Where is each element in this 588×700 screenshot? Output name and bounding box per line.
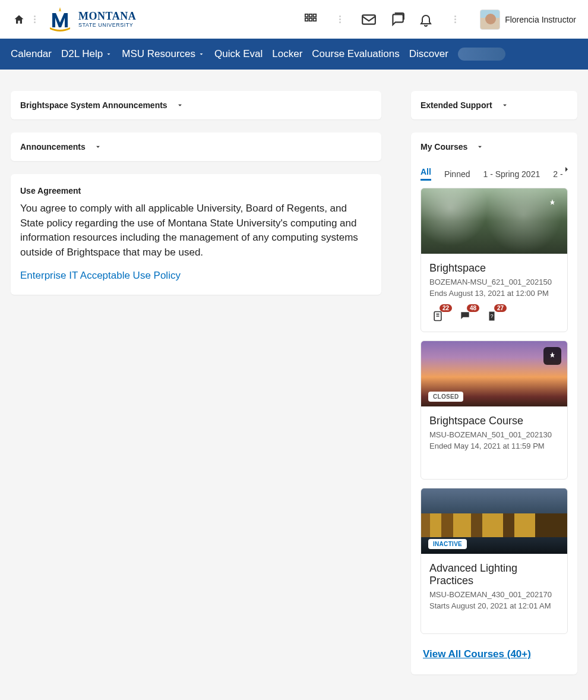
logo-text: MONTANA STATE UNIVERSITY	[78, 11, 136, 28]
widget-system-announcements: Brightspace System Announcements	[11, 91, 381, 119]
course-card[interactable]: CLOSED Brightspace Course MSU-BOZEMAN_50…	[421, 340, 568, 480]
nav-label: Quick Eval	[214, 48, 263, 60]
pin-icon	[548, 198, 557, 208]
right-column: Extended Support My Courses All Pinned 1…	[411, 91, 577, 674]
org-logo[interactable]: MONTANA STATE UNIVERSITY	[46, 6, 136, 33]
svg-rect-0	[305, 14, 308, 17]
svg-rect-2	[314, 14, 317, 17]
svg-rect-3	[305, 18, 308, 21]
assignments-indicator[interactable]: 22	[432, 310, 445, 322]
badge-count: 22	[440, 304, 452, 312]
app-switcher-button[interactable]	[303, 12, 318, 27]
widget-title: Announcements	[20, 142, 86, 152]
nav-msu-resources[interactable]: MSU Resources	[122, 48, 205, 60]
chat-icon	[390, 12, 405, 27]
pin-button[interactable]	[543, 347, 561, 365]
nav-label: Discover	[409, 48, 448, 60]
widget-title: Brightspace System Announcements	[20, 100, 167, 110]
course-title: Advanced Lighting Practices	[429, 562, 559, 587]
chevron-right-icon	[562, 165, 571, 174]
topbar-divider	[31, 15, 38, 23]
course-code: BOZEMAN-MSU_621_001_202150	[429, 277, 559, 288]
nav-label: D2L Help	[61, 48, 103, 60]
notifications-button[interactable]	[418, 12, 434, 27]
quiz-icon: ?	[486, 310, 497, 322]
tab-pinned[interactable]: Pinned	[444, 169, 470, 179]
svg-text:?: ?	[490, 313, 493, 319]
org-name-sub: STATE UNIVERSITY	[78, 23, 136, 28]
mail-icon	[361, 12, 377, 27]
topbar-icons: Florencia Instructor	[303, 10, 576, 30]
tab-all[interactable]: All	[421, 167, 431, 181]
svg-rect-5	[314, 18, 317, 21]
widget-header[interactable]: Brightspace System Announcements	[11, 91, 381, 119]
topbar-divider	[336, 15, 343, 23]
messages-button[interactable]	[361, 12, 377, 27]
course-date: Ended May 14, 2021 at 11:59 PM	[429, 441, 559, 452]
user-menu[interactable]: Florencia Instructor	[480, 10, 576, 30]
widget-title: My Courses	[421, 142, 467, 152]
badge-count: 27	[494, 304, 507, 312]
widget-extended-support: Extended Support	[411, 91, 577, 119]
svg-rect-6	[362, 15, 375, 24]
nav-label: MSU Resources	[122, 48, 195, 60]
course-code: MSU-BOZEMAN_430_001_202170	[429, 589, 559, 601]
chevron-down-icon	[476, 143, 484, 151]
quizzes-indicator[interactable]: ? 27	[486, 310, 500, 322]
course-title: Brightspace Course	[429, 415, 559, 427]
avatar	[480, 10, 500, 30]
use-agreement-title: Use Agreement	[20, 186, 372, 196]
nav-label: Calendar	[11, 48, 52, 60]
svg-rect-4	[309, 18, 312, 21]
nav-d2l-help[interactable]: D2L Help	[61, 48, 112, 60]
nav-locker[interactable]: Locker	[272, 48, 302, 60]
left-column: Brightspace System Announcements Announc…	[11, 91, 381, 295]
course-code: MSU-BOZEMAN_501_001_202130	[429, 430, 559, 441]
pin-button[interactable]	[543, 194, 561, 212]
nav-calendar[interactable]: Calendar	[11, 48, 52, 60]
widget-my-courses: My Courses All Pinned 1 - Spring 2021 2 …	[411, 133, 577, 674]
topbar-divider	[451, 15, 459, 23]
widget-announcements: Announcements	[11, 133, 381, 161]
tab-spring-2021[interactable]: 1 - Spring 2021	[483, 169, 540, 179]
nav-quick-eval[interactable]: Quick Eval	[214, 48, 263, 60]
widget-header[interactable]: My Courses	[421, 133, 568, 161]
course-date: Starts August 20, 2021 at 12:01 AM	[429, 601, 559, 612]
use-agreement-link[interactable]: Enterprise IT Acceptable Use Policy	[20, 270, 181, 282]
view-all-courses-link[interactable]: View All Courses (40+)	[421, 642, 531, 671]
course-image	[421, 188, 567, 254]
user-name: Florencia Instructor	[505, 15, 576, 24]
course-image: INACTIVE	[421, 488, 567, 554]
course-notifications: 22 48 ? 27	[429, 310, 559, 322]
use-agreement-body: You agree to comply with all applicable …	[20, 201, 372, 260]
navbar: Calendar D2L Help MSU Resources Quick Ev…	[0, 39, 588, 70]
discussions-indicator[interactable]: 48	[459, 310, 472, 322]
course-image: CLOSED	[421, 341, 567, 406]
widget-header[interactable]: Extended Support	[411, 91, 577, 119]
nav-label: Course Evaluations	[312, 48, 399, 60]
chevron-down-icon	[198, 51, 205, 58]
nav-hidden-item[interactable]	[458, 48, 505, 61]
course-card[interactable]: Brightspace BOZEMAN-MSU_621_001_202150 E…	[421, 188, 568, 332]
chevron-down-icon	[94, 143, 102, 151]
status-badge: INACTIVE	[428, 539, 467, 549]
nav-discover[interactable]: Discover	[409, 48, 448, 60]
home-icon	[13, 14, 25, 26]
home-button[interactable]	[12, 12, 26, 27]
widget-header[interactable]: Announcements	[11, 133, 381, 161]
course-card[interactable]: INACTIVE Advanced Lighting Practices MSU…	[421, 488, 568, 634]
chevron-down-icon	[501, 101, 509, 109]
pin-icon	[548, 351, 557, 361]
tabs-next-button[interactable]	[562, 165, 571, 174]
logo-mark	[46, 6, 74, 33]
course-date: Ends August 13, 2021 at 12:00 PM	[429, 288, 559, 299]
grid-icon	[304, 13, 317, 26]
topbar: MONTANA STATE UNIVERSITY Florencia Instr…	[0, 0, 588, 39]
org-name-main: MONTANA	[78, 11, 136, 21]
discussion-icon	[459, 310, 471, 322]
chevron-down-icon	[105, 51, 112, 58]
nav-course-evaluations[interactable]: Course Evaluations	[312, 48, 399, 60]
content: Brightspace System Announcements Announc…	[0, 70, 588, 692]
subscriptions-button[interactable]	[390, 12, 405, 27]
status-badge: CLOSED	[428, 392, 463, 402]
